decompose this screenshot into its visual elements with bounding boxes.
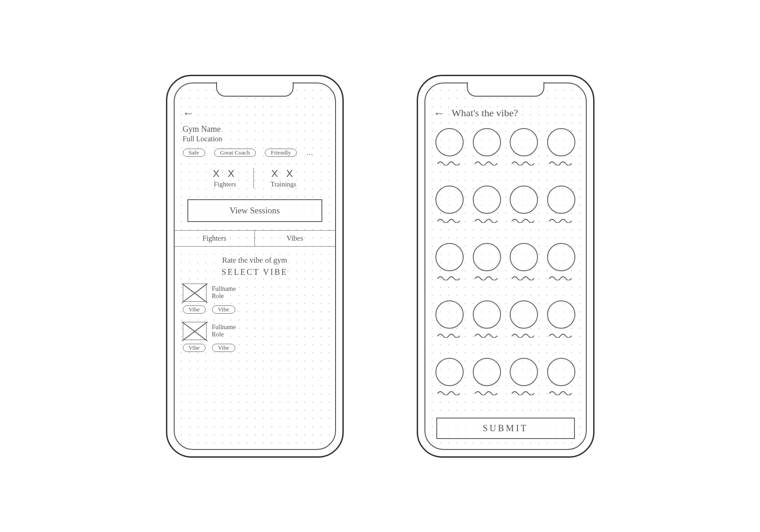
vibe-option[interactable] bbox=[434, 243, 466, 296]
review-role: Role bbox=[212, 293, 236, 300]
gym-name: Gym Name bbox=[183, 124, 327, 134]
vibe-option[interactable] bbox=[470, 358, 503, 411]
squiggle-label-icon bbox=[474, 274, 500, 280]
vibe-circle-icon bbox=[473, 358, 501, 386]
vibe-option[interactable] bbox=[434, 128, 466, 181]
vibe-option[interactable] bbox=[434, 358, 466, 411]
review-fullname: Fullname bbox=[212, 324, 236, 331]
review-role: Role bbox=[212, 331, 236, 338]
vibe-option[interactable] bbox=[470, 128, 503, 181]
vibe-option[interactable] bbox=[508, 128, 541, 181]
vibe-option[interactable] bbox=[545, 128, 578, 181]
vibe-option[interactable] bbox=[434, 300, 466, 353]
back-icon[interactable]: ← bbox=[434, 107, 445, 119]
vibe-circle-icon bbox=[510, 358, 538, 386]
squiggle-label-icon bbox=[474, 159, 500, 165]
tab-fighters[interactable]: Fighters bbox=[175, 231, 255, 246]
vibe-circle-icon bbox=[547, 300, 575, 329]
rate-prompt: Rate the vibe of gym bbox=[183, 256, 327, 265]
vibe-circle-icon bbox=[510, 186, 538, 214]
stats-row: X X Fighters X X Trainings bbox=[183, 168, 327, 188]
tab-vibes[interactable]: Vibes bbox=[254, 231, 335, 246]
squiggle-label-icon bbox=[548, 217, 574, 223]
vibe-circle-icon bbox=[510, 128, 538, 156]
stat-fighters: X X Fighters bbox=[196, 168, 253, 188]
submit-button[interactable]: SUBMIT bbox=[436, 418, 575, 439]
vibe-circle-icon bbox=[435, 243, 464, 271]
vibe-circle-icon bbox=[547, 186, 575, 214]
vibe-circle-icon bbox=[473, 186, 501, 214]
avatar-placeholder-icon bbox=[183, 322, 207, 340]
squiggle-label-icon bbox=[511, 389, 537, 395]
squiggle-label-icon bbox=[437, 159, 462, 165]
squiggle-label-icon bbox=[437, 389, 462, 395]
squiggle-label-icon bbox=[437, 331, 462, 338]
review-item: Fullname Role Vibe Vibe bbox=[183, 284, 327, 314]
vibe-circle-icon bbox=[473, 128, 501, 156]
vibe-circle-icon bbox=[547, 358, 575, 386]
vibe-circle-icon bbox=[510, 243, 538, 271]
screen-gym-detail: ← Gym Name Full Location Safe Great Coac… bbox=[174, 83, 336, 450]
squiggle-label-icon bbox=[437, 217, 462, 223]
vibe-option[interactable] bbox=[434, 186, 466, 238]
vibe-circle-icon bbox=[547, 128, 575, 156]
squiggle-label-icon bbox=[474, 331, 500, 338]
view-sessions-button[interactable]: View Sessions bbox=[187, 199, 322, 222]
squiggle-label-icon bbox=[511, 217, 537, 223]
more-tags-icon[interactable]: … bbox=[306, 149, 314, 157]
vibe-circle-icon bbox=[510, 300, 538, 329]
vibe-circle-icon bbox=[547, 243, 575, 271]
phone-frame-gym-detail: ← Gym Name Full Location Safe Great Coac… bbox=[166, 75, 344, 458]
stat-trainings-label: Trainings bbox=[270, 181, 296, 188]
vibe-option[interactable] bbox=[508, 358, 541, 411]
vibe-option[interactable] bbox=[545, 243, 578, 296]
gym-location: Full Location bbox=[183, 135, 327, 143]
stat-fighters-label: Fighters bbox=[214, 181, 236, 188]
vibe-option[interactable] bbox=[545, 300, 578, 353]
phone-notch bbox=[216, 82, 294, 97]
vibe-option[interactable] bbox=[508, 186, 541, 238]
vibe-circle-icon bbox=[435, 128, 464, 156]
review-item: Fullname Role Vibe Vibe bbox=[183, 322, 327, 352]
vibe-option[interactable] bbox=[508, 243, 541, 296]
vibe-option[interactable] bbox=[470, 186, 503, 238]
tag-great-coach[interactable]: Great Coach bbox=[214, 149, 256, 157]
squiggle-label-icon bbox=[511, 274, 537, 280]
vibe-circle-icon bbox=[435, 358, 464, 386]
screen-vibe-picker: ← What's the vibe? SUBMIT bbox=[424, 83, 587, 450]
vibe-option[interactable] bbox=[470, 300, 503, 353]
stat-trainings: X X Trainings bbox=[253, 168, 313, 188]
back-icon[interactable]: ← bbox=[183, 107, 195, 119]
squiggle-label-icon bbox=[437, 274, 462, 280]
tag-safe[interactable]: Safe bbox=[183, 149, 205, 157]
squiggle-label-icon bbox=[474, 217, 500, 223]
vibe-option[interactable] bbox=[508, 300, 541, 353]
vibe-option[interactable] bbox=[545, 358, 578, 411]
avatar-placeholder-icon bbox=[183, 284, 207, 302]
squiggle-label-icon bbox=[511, 159, 537, 165]
phone-notch bbox=[467, 82, 544, 97]
squiggle-label-icon bbox=[474, 389, 500, 395]
tag-row: Safe Great Coach Friendly … bbox=[183, 149, 327, 157]
review-fullname: Fullname bbox=[212, 285, 236, 293]
vibe-chip: Vibe bbox=[183, 305, 206, 314]
vibe-circle-icon bbox=[473, 243, 501, 271]
vibe-option[interactable] bbox=[545, 186, 578, 238]
tabs: Fighters Vibes bbox=[175, 230, 335, 247]
vibe-circle-icon bbox=[435, 300, 464, 329]
select-vibe-button[interactable]: SELECT VIBE bbox=[183, 268, 327, 277]
squiggle-label-icon bbox=[548, 389, 574, 395]
tag-friendly[interactable]: Friendly bbox=[265, 149, 297, 157]
vibe-circle-icon bbox=[473, 300, 501, 329]
page-title: What's the vibe? bbox=[452, 107, 518, 119]
stat-trainings-value: X X bbox=[271, 168, 295, 180]
vibe-option[interactable] bbox=[470, 243, 503, 296]
vibe-grid bbox=[434, 128, 578, 411]
squiggle-label-icon bbox=[511, 331, 537, 338]
phone-frame-vibe-picker: ← What's the vibe? SUBMIT bbox=[417, 75, 595, 458]
squiggle-label-icon bbox=[548, 331, 574, 338]
vibe-chip: Vibe bbox=[212, 344, 235, 352]
vibe-chip: Vibe bbox=[212, 305, 235, 314]
squiggle-label-icon bbox=[548, 159, 574, 165]
vibe-chip: Vibe bbox=[183, 344, 206, 352]
